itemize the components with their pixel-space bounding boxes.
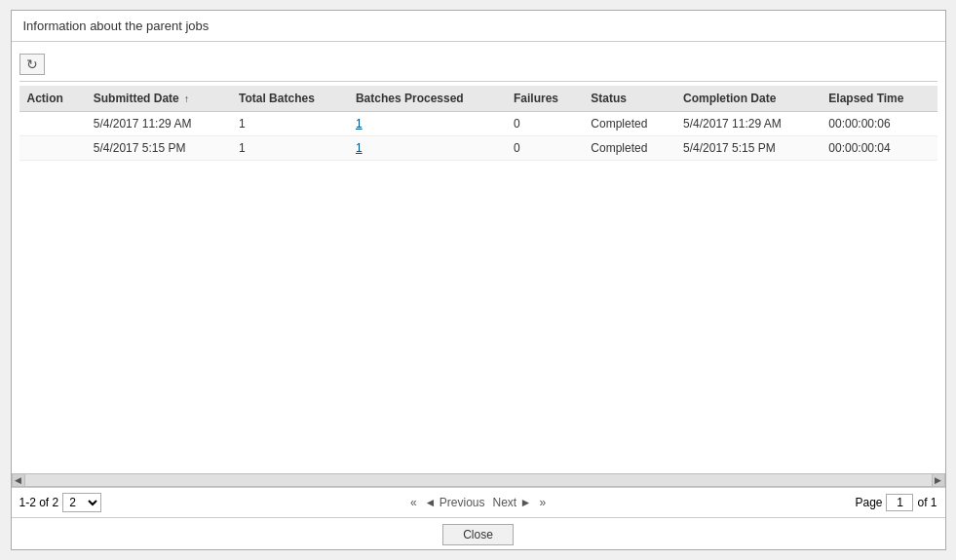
col-status: Status xyxy=(583,86,675,112)
cell-status: Completed xyxy=(583,112,675,136)
col-completion-date: Completion Date xyxy=(675,86,821,112)
table-row: 5/4/2017 11:29 AM110Completed5/4/2017 11… xyxy=(19,112,937,136)
footer: 1-2 of 2 2 10 25 50 « ◄ Previous Next ► … xyxy=(12,487,945,517)
cell-completion_date: 5/4/2017 5:15 PM xyxy=(675,136,821,161)
table-row: 5/4/2017 5:15 PM110Completed5/4/2017 5:1… xyxy=(19,136,937,161)
page-number-input[interactable]: 1 xyxy=(886,494,913,511)
footer-center: « ◄ Previous Next ► » xyxy=(117,496,840,509)
col-total-batches: Total Batches xyxy=(231,86,348,112)
rows-per-page-select[interactable]: 2 10 25 50 xyxy=(62,493,101,512)
sort-arrow-submitted: ↑ xyxy=(184,93,189,104)
footer-left: 1-2 of 2 2 10 25 50 xyxy=(19,493,117,512)
scroll-left-button[interactable]: ◀ xyxy=(12,473,25,487)
cell-submitted_date: 5/4/2017 5:15 PM xyxy=(86,136,231,161)
first-page-button[interactable]: « xyxy=(408,496,419,509)
cell-total_batches: 1 xyxy=(231,136,348,161)
cell-elapsed_time: 00:00:00:04 xyxy=(821,136,937,161)
cell-action xyxy=(19,136,86,161)
table-header-row: Action Submitted Date ↑ Total Batches Ba… xyxy=(19,86,937,112)
col-failures: Failures xyxy=(506,86,583,112)
cell-failures: 0 xyxy=(506,136,583,161)
cell-batches_processed[interactable]: 1 xyxy=(348,112,506,136)
jobs-table: Action Submitted Date ↑ Total Batches Ba… xyxy=(19,86,937,161)
close-button[interactable]: Close xyxy=(442,524,514,545)
scrollbar-track[interactable] xyxy=(25,474,932,486)
cell-action xyxy=(19,112,86,136)
refresh-button[interactable]: ↻ xyxy=(19,54,45,75)
cell-completion_date: 5/4/2017 11:29 AM xyxy=(675,112,821,136)
of-label: of 1 xyxy=(917,496,937,509)
toolbar: ↻ xyxy=(19,50,937,82)
table-area: Action Submitted Date ↑ Total Batches Ba… xyxy=(19,86,937,466)
rows-count-label: 1-2 of 2 xyxy=(19,496,59,509)
next-page-button[interactable]: Next ► xyxy=(491,496,534,509)
cell-batches_processed[interactable]: 1 xyxy=(348,136,506,161)
cell-elapsed_time: 00:00:00:06 xyxy=(821,112,937,136)
inner-panel: ↻ Action Submitted Date ↑ Total Ba xyxy=(12,42,945,473)
refresh-icon: ↻ xyxy=(26,56,38,72)
scroll-right-button[interactable]: ▶ xyxy=(932,473,945,487)
table-body: 5/4/2017 11:29 AM110Completed5/4/2017 11… xyxy=(19,112,937,161)
close-area: Close xyxy=(12,517,945,549)
horizontal-scrollbar[interactable]: ◀ ▶ xyxy=(12,473,945,487)
cell-failures: 0 xyxy=(506,112,583,136)
last-page-button[interactable]: » xyxy=(537,496,548,509)
cell-submitted_date: 5/4/2017 11:29 AM xyxy=(86,112,231,136)
page-label: Page xyxy=(855,496,882,509)
panel-title: Information about the parent jobs xyxy=(12,11,945,42)
prev-page-button[interactable]: ◄ Previous xyxy=(423,496,487,509)
footer-right: Page 1 of 1 xyxy=(840,494,937,511)
col-action: Action xyxy=(19,86,86,112)
col-submitted-date[interactable]: Submitted Date ↑ xyxy=(86,86,231,112)
col-batches-processed: Batches Processed xyxy=(348,86,506,112)
cell-total_batches: 1 xyxy=(231,112,348,136)
cell-status: Completed xyxy=(583,136,675,161)
main-dialog: Information about the parent jobs ↻ Acti… xyxy=(11,10,946,550)
col-elapsed-time: Elapsed Time xyxy=(821,86,937,112)
